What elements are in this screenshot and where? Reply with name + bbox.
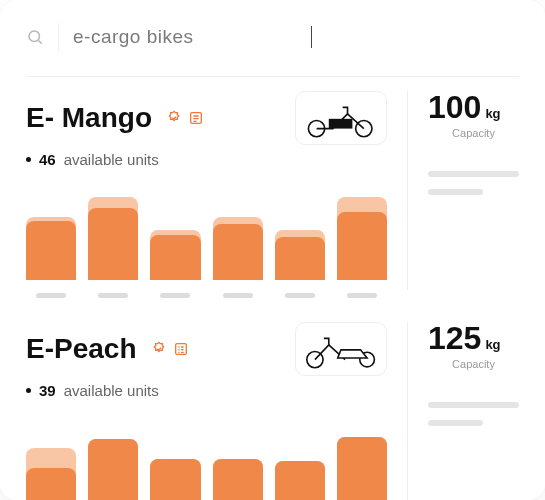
product-card-peach: E-Peach	[26, 322, 519, 500]
search-divider	[58, 23, 59, 51]
capacity-label: Capacity	[428, 358, 519, 370]
results-card: E- Mango	[0, 0, 545, 500]
search-bar	[26, 22, 519, 52]
available-label: available units	[64, 382, 159, 399]
available-count: 39	[39, 382, 56, 399]
verified-icon	[166, 110, 182, 126]
capacity-panel: 125 kg Capacity	[407, 322, 519, 500]
svg-point-0	[29, 31, 40, 42]
bar	[88, 190, 138, 290]
available-label: available units	[64, 151, 159, 168]
capacity-label: Capacity	[428, 127, 519, 139]
bullet-icon	[26, 388, 31, 393]
capacity-value: 100	[428, 91, 481, 123]
list-icon	[173, 341, 189, 357]
cargo-bike-icon	[300, 327, 382, 371]
bar	[213, 190, 263, 290]
product-thumbnail[interactable]	[295, 322, 387, 376]
capacity-value: 125	[428, 322, 481, 354]
bar	[26, 421, 76, 500]
bar	[26, 190, 76, 290]
bar	[213, 421, 263, 500]
placeholder-line	[428, 171, 519, 177]
product-title: E-Peach	[26, 333, 137, 365]
available-count: 46	[39, 151, 56, 168]
placeholder-line	[428, 402, 519, 408]
availability-row: 46 available units	[26, 151, 387, 168]
divider	[26, 76, 519, 77]
product-card-mango: E- Mango	[26, 91, 519, 290]
search-icon	[26, 28, 44, 46]
placeholder-line	[428, 189, 483, 195]
cargo-bike-icon	[300, 96, 382, 140]
product-badges	[151, 341, 189, 357]
bar	[275, 421, 325, 500]
bar	[337, 190, 387, 290]
search-input[interactable]	[73, 22, 313, 52]
bullet-icon	[26, 157, 31, 162]
capacity-unit: kg	[485, 337, 500, 352]
product-thumbnail[interactable]	[295, 91, 387, 145]
product-badges	[166, 110, 204, 126]
product-title: E- Mango	[26, 102, 152, 134]
spec-icon	[188, 110, 204, 126]
bar	[150, 421, 200, 500]
usage-bar-chart	[26, 421, 387, 500]
text-cursor	[311, 26, 312, 48]
bar	[150, 190, 200, 290]
usage-bar-chart	[26, 190, 387, 290]
bar	[337, 421, 387, 500]
bar	[88, 421, 138, 500]
availability-row: 39 available units	[26, 382, 387, 399]
capacity-panel: 100 kg Capacity	[407, 91, 519, 290]
placeholder-line	[428, 420, 483, 426]
verified-icon	[151, 341, 167, 357]
svg-line-1	[38, 40, 41, 43]
capacity-unit: kg	[485, 106, 500, 121]
bar	[275, 190, 325, 290]
